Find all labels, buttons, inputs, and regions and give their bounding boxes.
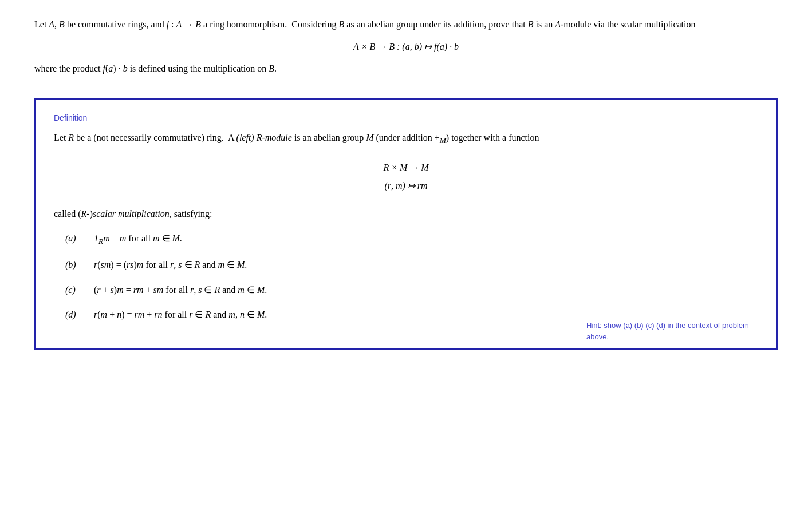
where-text: where the product f(a) · b is defined us… xyxy=(34,61,778,76)
intro-formula: A × B → B : (a, b) ↦ f(a) · b xyxy=(34,41,778,52)
axiom-c: (c) (r + s)m = rm + sm for all r, s ∈ R … xyxy=(65,283,758,298)
definition-label: Definition xyxy=(54,113,758,122)
axiom-b-content: r(sm) = (rs)m for all r, s ∈ R and m ∈ M… xyxy=(94,257,758,272)
axiom-a: (a) 1Rm = m for all m ∈ M. xyxy=(65,231,758,248)
axiom-a-label: (a) xyxy=(65,231,94,246)
axiom-c-label: (c) xyxy=(65,283,94,298)
axiom-d-label: (d) xyxy=(65,307,94,322)
called-text: called (R-)scalar multiplication, satisf… xyxy=(54,207,758,221)
hint-text: Hint: show (a) (b) (c) (d) in the contex… xyxy=(586,320,758,342)
intro-text: Let A, B be commutative rings, and f : A… xyxy=(34,17,778,32)
definition-body: Let R be a (not necessarily commutative)… xyxy=(54,130,758,147)
axiom-b: (b) r(sm) = (rs)m for all r, s ∈ R and m… xyxy=(65,257,758,272)
axiom-c-content: (r + s)m = rm + sm for all r, s ∈ R and … xyxy=(94,283,758,298)
axiom-a-content: 1Rm = m for all m ∈ M. xyxy=(94,231,758,248)
intro-paragraph: Let A, B be commutative rings, and f : A… xyxy=(34,17,778,76)
axiom-list: (a) 1Rm = m for all m ∈ M. (b) r(sm) = (… xyxy=(54,231,758,322)
axiom-b-label: (b) xyxy=(65,257,94,272)
definition-formulas: R × M → M (r, m) ↦ rm xyxy=(54,159,758,195)
definition-box: Definition Let R be a (not necessarily c… xyxy=(34,98,778,350)
